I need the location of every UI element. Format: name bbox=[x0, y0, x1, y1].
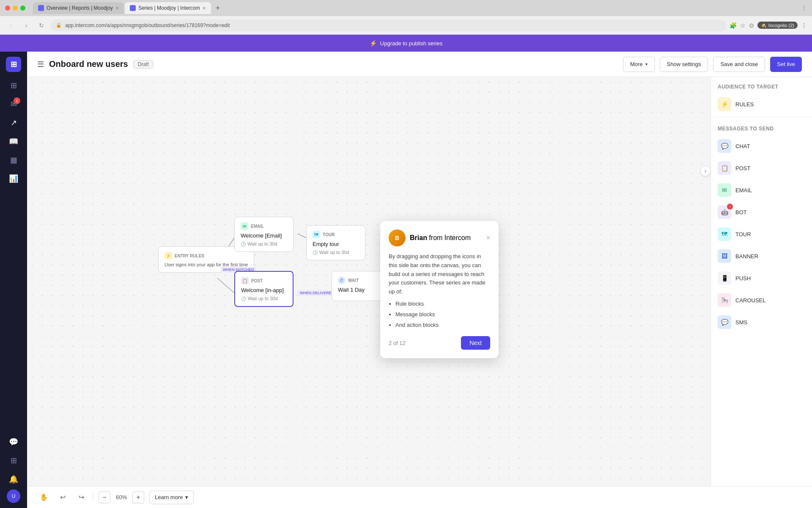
zoom-out-button[interactable]: − bbox=[99, 491, 110, 503]
new-tab-button[interactable]: + bbox=[212, 2, 224, 14]
close-icon[interactable]: × bbox=[486, 234, 490, 242]
refresh-button[interactable]: ↻ bbox=[36, 19, 47, 31]
notifications-icon: 🔔 bbox=[9, 475, 18, 484]
banner-item[interactable]: 🖼 BANNER bbox=[711, 245, 812, 267]
tab-favicon-1 bbox=[38, 5, 44, 11]
draft-badge: Draft bbox=[133, 60, 154, 69]
carousel-item[interactable]: 🎠 CAROUSEL bbox=[711, 289, 812, 311]
set-live-label: Set live bbox=[777, 61, 795, 67]
outbound-icon: ↗ bbox=[11, 118, 17, 127]
zoom-in-button[interactable]: + bbox=[132, 491, 144, 503]
back-button[interactable]: ‹ bbox=[5, 19, 17, 31]
tooltip-modal: B Brian from Intercom × By dragging and … bbox=[380, 221, 499, 358]
address-bar[interactable]: 🔒 app.intercom.com/a/apps/nnsgmgob/outbo… bbox=[51, 19, 726, 31]
next-button[interactable]: Next bbox=[461, 336, 490, 350]
sidebar-item-analytics[interactable]: 📊 bbox=[5, 170, 22, 187]
email-node[interactable]: ✉ EMAIL Welcome [Email] 🕐 Wait up to 30d bbox=[234, 217, 294, 252]
rules-item[interactable]: ⚡ RULES bbox=[711, 93, 812, 115]
profile-icon[interactable]: ⊙ bbox=[749, 22, 754, 29]
chat-item[interactable]: 💬 CHAT bbox=[711, 135, 812, 157]
content-area: ☰ Onboard new users Draft More ▾ Show se… bbox=[27, 52, 812, 508]
undo-button[interactable]: ↩ bbox=[56, 491, 69, 504]
browser-actions: 🧩 ☆ ⊙ 🕵 Incognito (2) ⋮ bbox=[730, 22, 807, 29]
clock-icon-email: 🕐 bbox=[241, 242, 246, 246]
rules-icon: ⚡ bbox=[718, 97, 731, 111]
incognito-badge: 🕵 Incognito (2) bbox=[757, 22, 798, 29]
tour-node[interactable]: 🗺 TOUR Empty tour 🕐 Wait up to 30d bbox=[306, 225, 365, 260]
sidebar-item-inbox[interactable]: 💬 bbox=[5, 433, 22, 450]
entry-type-label: ENTRY RULES bbox=[175, 254, 204, 258]
browser-toolbar: ‹ › ↻ 🔒 app.intercom.com/a/apps/nnsgmgob… bbox=[0, 16, 812, 35]
browser-titlebar: Overview | Reports | Moodjoy × Series | … bbox=[0, 0, 812, 16]
close-dot[interactable] bbox=[5, 6, 10, 11]
tour-item[interactable]: 🗺 TOUR bbox=[711, 223, 812, 245]
sidebar-collapse-button[interactable]: › bbox=[700, 166, 710, 176]
sender-org: from Intercom bbox=[429, 234, 471, 241]
redo-button[interactable]: ↪ bbox=[74, 491, 88, 504]
browser-tab-1[interactable]: Overview | Reports | Moodjoy × bbox=[33, 2, 124, 14]
show-settings-button[interactable]: Show settings bbox=[660, 57, 708, 72]
bot-item[interactable]: 🤖 BOT bbox=[711, 201, 812, 223]
forward-button[interactable]: › bbox=[20, 19, 32, 31]
maximize-dot[interactable] bbox=[20, 6, 25, 11]
entry-type-icon: ⚡ bbox=[165, 252, 172, 260]
post-node-title: Welcome [in-app] bbox=[241, 287, 287, 293]
more-button[interactable]: More ▾ bbox=[623, 57, 655, 72]
post-label: POST bbox=[735, 165, 750, 171]
sidebar-item-messages[interactable]: ✉ 1 bbox=[5, 96, 22, 113]
post-type-label: POST bbox=[251, 279, 263, 283]
browser-tab-2[interactable]: Series | Moodjoy | Intercom × bbox=[125, 2, 211, 14]
sidebar-item-home[interactable]: ⊞ bbox=[5, 77, 22, 94]
tab-close-1[interactable]: × bbox=[115, 5, 119, 11]
app-logo[interactable]: ⊞ bbox=[6, 57, 21, 72]
carousel-icon: 🎠 bbox=[718, 293, 731, 307]
audience-section-title: Audience to target bbox=[711, 77, 812, 93]
when-delivered-label: WHEN DELIVERED bbox=[298, 290, 336, 296]
extensions-icon[interactable]: 🧩 bbox=[730, 22, 737, 29]
sidebar-item-notifications[interactable]: 🔔 bbox=[5, 471, 22, 488]
user-avatar[interactable]: U bbox=[7, 489, 20, 503]
carousel-label: CAROUSEL bbox=[735, 297, 766, 304]
browser-menu-icon[interactable]: ⋮ bbox=[801, 5, 807, 11]
email-node-title: Welcome [Email] bbox=[241, 232, 287, 239]
learn-more-button[interactable]: Learn more ▾ bbox=[149, 491, 194, 504]
bottom-bar: ✋ ↩ ↪ − 60% + Learn more ▾ bbox=[27, 486, 812, 508]
home-icon: ⊞ bbox=[11, 81, 17, 90]
sidebar-item-knowledge[interactable]: 📖 bbox=[5, 133, 22, 150]
menu-icon[interactable]: ☰ bbox=[37, 60, 44, 69]
sidebar-item-outbound[interactable]: ↗ bbox=[5, 114, 22, 131]
upgrade-banner[interactable]: ⚡ Upgrade to publish series bbox=[0, 35, 812, 52]
reports-icon: ▦ bbox=[10, 155, 17, 165]
sidebar-item-apps[interactable]: ⊞ bbox=[5, 452, 22, 469]
sms-item[interactable]: 💬 SMS bbox=[711, 311, 812, 333]
tour-type-icon: 🗺 bbox=[313, 231, 320, 238]
canvas-area[interactable]: ⚡ ENTRY RULES User signs into your app f… bbox=[27, 77, 710, 486]
tab-close-2[interactable]: × bbox=[203, 5, 206, 11]
tab-title-1: Overview | Reports | Moodjoy bbox=[47, 5, 113, 11]
push-item[interactable]: 📱 PUSH bbox=[711, 267, 812, 289]
hand-tool-button[interactable]: ✋ bbox=[37, 491, 51, 504]
incognito-icon: 🕵 bbox=[761, 22, 767, 28]
wait-type-icon: ⏱ bbox=[338, 276, 346, 284]
tooltip-body: By dragging and dropping the icons in th… bbox=[389, 252, 490, 329]
set-live-button[interactable]: Set live bbox=[770, 57, 802, 72]
chat-label: CHAT bbox=[735, 143, 750, 149]
minimize-dot[interactable] bbox=[13, 6, 18, 11]
bookmark-icon[interactable]: ☆ bbox=[740, 22, 746, 29]
email-item[interactable]: ✉ EMAIL bbox=[711, 179, 812, 201]
right-sidebar: Audience to target ⚡ RULES Messages to s… bbox=[710, 77, 812, 486]
tour-node-title: Empty tour bbox=[313, 241, 359, 247]
browser-menu-button[interactable]: ⋮ bbox=[801, 22, 807, 29]
bot-icon: 🤖 bbox=[718, 205, 731, 219]
post-node[interactable]: 📋 POST Welcome [in-app] 🕐 Wait up to 30d bbox=[234, 271, 294, 307]
sidebar-item-reports[interactable]: ▦ bbox=[5, 152, 22, 168]
save-close-label: Save and close bbox=[720, 61, 758, 67]
sms-icon: 💬 bbox=[718, 315, 731, 329]
post-item[interactable]: 📋 POST bbox=[711, 157, 812, 179]
divider-1 bbox=[93, 493, 93, 502]
banner-icon: 🖼 bbox=[718, 249, 731, 263]
bot-label: BOT bbox=[735, 209, 747, 215]
sender-name: Brian bbox=[410, 234, 427, 241]
clock-icon-post: 🕐 bbox=[241, 296, 246, 301]
save-close-button[interactable]: Save and close bbox=[713, 57, 765, 72]
